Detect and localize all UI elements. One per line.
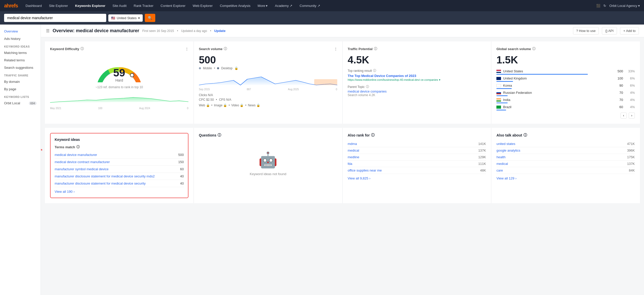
arf-keyword-3[interactable]: medline	[348, 155, 473, 159]
nav-keywords-explorer[interactable]: Keywords Explorer	[73, 0, 108, 11]
arrow-icon: ↗	[41, 146, 44, 154]
ki-view-all[interactable]: View all 190 ›	[55, 190, 184, 194]
arf-keyword-2[interactable]: medical	[348, 149, 473, 152]
monitor-icon[interactable]: ⬛	[596, 4, 600, 8]
arf-keyword-5[interactable]: office supplies near me	[348, 168, 473, 172]
top-result-url[interactable]: https://www.mddionline.com/business/top-…	[348, 78, 486, 82]
serp-sep2: •	[229, 104, 230, 107]
metrics-grid: Keyword Difficulty ⓘ ⋮	[45, 41, 640, 124]
search-input[interactable]	[4, 14, 106, 22]
ata-view-all[interactable]: View all 129 ›	[496, 176, 635, 180]
update-link[interactable]: Update	[214, 29, 225, 33]
country-name-ru: Russian Federation	[503, 91, 617, 95]
sidebar-item-orbit-local[interactable]: Orbit Local 694	[0, 99, 41, 107]
country-row-ru: Russian Federation 70 4%	[496, 90, 635, 95]
gsv-next-btn[interactable]: ›	[629, 112, 635, 119]
arf-keyword-4[interactable]: fda	[348, 162, 473, 166]
nav-academy[interactable]: Academy ↗	[272, 0, 295, 11]
kd-more-icon[interactable]: ⋮	[185, 47, 188, 51]
ata-view-all-chevron: ›	[515, 176, 516, 180]
hamburger-icon[interactable]: ☰	[46, 28, 50, 33]
sv-more-icon[interactable]: ⋮	[334, 47, 337, 51]
sidebar-item-overview[interactable]: Overview	[0, 28, 41, 35]
sidebar-item-by-page[interactable]: By page	[0, 85, 41, 93]
sv-label: Search volume ⓘ ⋮	[199, 47, 337, 51]
country-selector[interactable]: 🇺🇸 United States ▾	[108, 14, 143, 22]
how-to-use-button[interactable]: ? How to use	[573, 27, 599, 35]
sv-chart-svg	[199, 72, 337, 87]
gsv-pagination: ‹ ›	[496, 112, 635, 119]
ata-keyword-4[interactable]: medical	[496, 162, 622, 166]
sidebar: Overview Ads history Keyword ideas Match…	[0, 25, 41, 295]
sidebar-section-traffic-share: Traffic share	[0, 71, 41, 78]
ki-keyword-5[interactable]: manufacturer disclosure statement for me…	[55, 181, 174, 185]
sv-extra-meta: Clicks N/A	[199, 93, 337, 97]
nav-site-audit[interactable]: Site Audit	[110, 0, 129, 11]
bar-ru	[496, 95, 507, 96]
nav-site-explorer[interactable]: Site Explorer	[46, 0, 70, 11]
ki-terms-info[interactable]: ⓘ	[76, 145, 80, 149]
ata-volume-3: 175K	[622, 155, 635, 159]
ata-keyword-5[interactable]: care	[496, 168, 622, 172]
ki-keyword-4[interactable]: manufacturer disclosure statement for me…	[55, 174, 174, 178]
sv-chart	[199, 72, 337, 87]
arf-info[interactable]: ⓘ	[371, 133, 375, 138]
bar-uk	[496, 81, 513, 82]
gsv-info-icon[interactable]: ⓘ	[532, 47, 535, 51]
add-to-button[interactable]: + Add to	[620, 27, 639, 35]
parent-topic-info[interactable]: ⓘ	[366, 85, 369, 89]
ki-volume-4: 40	[174, 174, 184, 178]
ki-keyword-3[interactable]: manufacturer symbol medical device	[55, 167, 174, 171]
refresh-icon[interactable]: ↻	[603, 4, 606, 8]
tp-info-icon[interactable]: ⓘ	[374, 47, 377, 51]
user-account[interactable]: Orbit Local Agency ▾	[609, 4, 640, 8]
ata-title-text: Also talk about	[496, 133, 522, 137]
ata-keyword-1[interactable]: united states	[496, 142, 622, 146]
top-result-title[interactable]: The Top Medical Device Companies of 2023	[348, 74, 486, 78]
kd-info-icon[interactable]: ⓘ	[80, 47, 84, 51]
nav-content-explorer[interactable]: Content Explorer	[158, 0, 188, 11]
sv-value: 500	[199, 54, 337, 65]
country-name-uk: United Kingdom	[503, 76, 615, 80]
ki-keyword-2[interactable]: medical device contract manufacturer	[55, 160, 174, 164]
sidebar-item-matching-terms[interactable]: Matching terms	[0, 49, 41, 56]
sidebar-item-ads-history[interactable]: Ads history	[0, 35, 41, 42]
ki-keyword-1[interactable]: medical device manufacturer	[55, 153, 174, 157]
sv-chart-start: Sep 2015	[199, 88, 210, 91]
chart-max-label: 100	[98, 107, 102, 110]
cpc-label: CPC $2.50	[199, 98, 214, 101]
flag-uk	[496, 77, 501, 80]
parent-topic-name[interactable]: medical device companies	[348, 89, 486, 93]
ata-keyword-2[interactable]: google analytics	[496, 149, 622, 152]
gsv-label: Global search volume ⓘ	[496, 47, 635, 51]
sidebar-item-by-domain[interactable]: By domain	[0, 78, 41, 85]
sv-chart-min: 0	[336, 88, 337, 91]
ata-info[interactable]: ⓘ	[523, 133, 527, 138]
nav-web-explorer[interactable]: Web Explorer	[190, 0, 215, 11]
svg-point-0	[130, 73, 134, 77]
nav-dashboard[interactable]: Dashboard	[23, 0, 44, 11]
questions-info[interactable]: ⓘ	[218, 133, 221, 138]
sidebar-item-related-terms[interactable]: Related terms	[0, 56, 41, 64]
arf-view-all[interactable]: View all 9,825 ›	[348, 176, 486, 180]
page-header-actions: ? How to use {} API + Add to	[573, 27, 639, 35]
nav-more[interactable]: More ▾	[255, 0, 270, 11]
also-rank-for-card: Also rank for ⓘ mdma 141K medical 137K m…	[343, 128, 491, 203]
search-button[interactable]: 🔍	[145, 14, 155, 22]
desktop-label: Desktop	[221, 66, 232, 70]
nav-rank-tracker[interactable]: Rank Tracker	[131, 0, 156, 11]
sv-info-icon[interactable]: ⓘ	[224, 47, 227, 51]
flag-br	[496, 106, 501, 109]
ata-keyword-3[interactable]: health	[496, 155, 622, 159]
sidebar-item-search-suggestions[interactable]: Search suggestions	[0, 64, 41, 71]
nav-community[interactable]: Community ↗	[297, 0, 323, 11]
gsv-prev-btn[interactable]: ‹	[621, 112, 627, 119]
content-area: ☰ Overview: medical device manufacturer …	[41, 25, 644, 295]
api-button[interactable]: {} API	[602, 27, 617, 35]
nav-competitive-analysis[interactable]: Competitive Analysis	[217, 0, 253, 11]
arf-row-3: medline 129K	[348, 154, 486, 161]
arf-keyword-1[interactable]: mdma	[348, 142, 473, 146]
country-row-us: United States 500 33%	[496, 69, 635, 74]
sv-chart-axis: Sep 2015 887 Aug 2025 0	[199, 88, 337, 91]
top-result-info[interactable]: ⓘ	[373, 69, 376, 73]
